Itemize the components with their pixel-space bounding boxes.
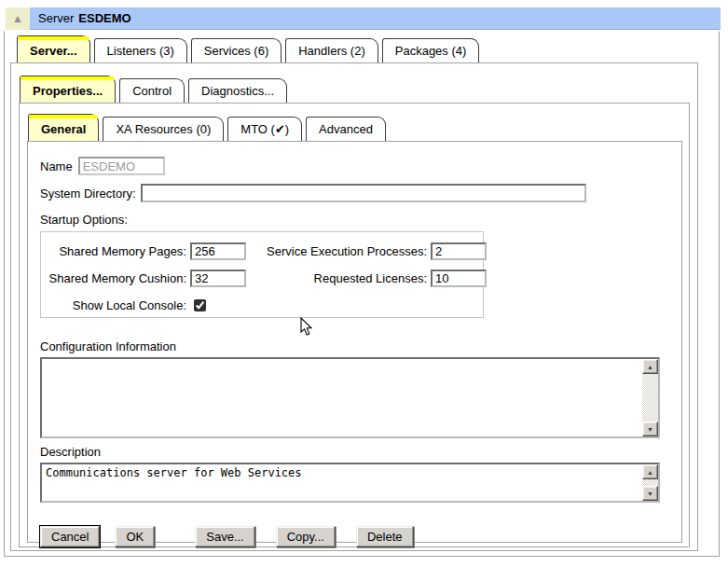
tab-mto[interactable]: MTO (✔) [227,117,302,141]
scroll-up-button[interactable]: ▲ [642,359,658,374]
scroll-up-icon: ▲ [647,364,653,370]
action-button-row: Cancel OK Save... Copy... Delete [40,526,668,547]
ok-button[interactable]: OK [115,526,155,547]
tab-advanced[interactable]: Advanced [306,117,386,141]
server-name: ESDEMO [78,11,130,25]
tab-packages[interactable]: Packages (4) [382,38,480,62]
name-field [78,157,165,175]
tab-row-server: Server... Listeners (3) Services (6) Han… [17,32,719,62]
show-local-console-checkbox[interactable] [194,299,206,311]
copy-button[interactable]: Copy... [276,526,336,547]
general-panel: Name System Directory: Startup Options: … [27,141,682,543]
tab-properties[interactable]: Properties... [20,76,116,103]
triangle-icon: ▲ [12,13,23,24]
title-prefix: Server [38,11,74,25]
cancel-button[interactable]: Cancel [40,526,100,547]
tab-services[interactable]: Services (6) [191,38,282,62]
system-directory-label: System Directory: [40,187,136,201]
configuration-information-label: Configuration Information [40,339,668,353]
tab-diagnostics[interactable]: Diagnostics... [188,78,287,103]
shared-memory-cushion-label: Shared Memory Cushion: [41,271,190,285]
scroll-down-icon: ▼ [647,426,653,433]
service-execution-processes-label: Service Execution Processes: [250,244,431,258]
scroll-down-icon: ▼ [647,491,653,497]
show-local-console-label: Show Local Console: [41,298,190,312]
scroll-up-icon: ▲ [647,469,653,476]
description-box: Communications server for Web Services ▲… [40,463,660,503]
requested-licenses-label: Requested Licenses: [250,271,431,285]
scroll-up-button[interactable]: ▲ [642,464,658,479]
startup-options-group: Shared Memory Pages: Service Execution P… [40,231,484,318]
tab-general[interactable]: General [28,114,99,141]
shared-memory-pages-label: Shared Memory Pages: [41,244,190,258]
save-button[interactable]: Save... [195,526,254,547]
startup-options-label: Startup Options: [40,213,668,227]
tab-row-properties: Properties... Control Diagnostics... [20,63,697,103]
description-scrollbar[interactable]: ▲ ▼ [642,464,658,501]
service-execution-processes-field[interactable] [431,242,487,260]
tab-xa-resources[interactable]: XA Resources (0) [103,117,224,141]
scroll-down-button[interactable]: ▼ [642,422,658,436]
delete-button[interactable]: Delete [356,526,414,547]
name-label: Name [40,159,73,173]
name-row: Name [40,157,668,175]
system-directory-row: System Directory: [40,184,668,202]
window-header: ▲ Server ESDEMO [6,7,721,30]
tab-server[interactable]: Server... [17,35,90,62]
description-textarea[interactable]: Communications server for Web Services [42,464,642,501]
scroll-down-button[interactable]: ▼ [642,486,658,501]
requested-licenses-field[interactable] [431,270,487,287]
configuration-information-textarea[interactable] [42,359,642,436]
tab-handlers[interactable]: Handlers (2) [285,38,378,62]
properties-panel: General XA Resources (0) MTO (✔) Advance… [19,103,690,547]
tab-row-general: General XA Resources (0) MTO (✔) Advance… [28,104,689,141]
collapse-toggle[interactable]: ▲ [6,7,30,30]
title-bar: Server ESDEMO [30,7,721,30]
description-label: Description [40,445,668,459]
configuration-information-box: ▲ ▼ [40,357,660,438]
shared-memory-pages-field[interactable] [190,242,246,260]
tab-control[interactable]: Control [119,78,185,103]
server-page-container: Server... Listeners (3) Services (6) Han… [4,31,720,557]
tab-listeners[interactable]: Listeners (3) [94,38,187,62]
configuration-scrollbar[interactable]: ▲ ▼ [642,359,658,436]
system-directory-field[interactable] [141,184,586,202]
shared-memory-cushion-field[interactable] [190,270,246,287]
server-panel: Properties... Control Diagnostics... Gen… [10,62,698,551]
